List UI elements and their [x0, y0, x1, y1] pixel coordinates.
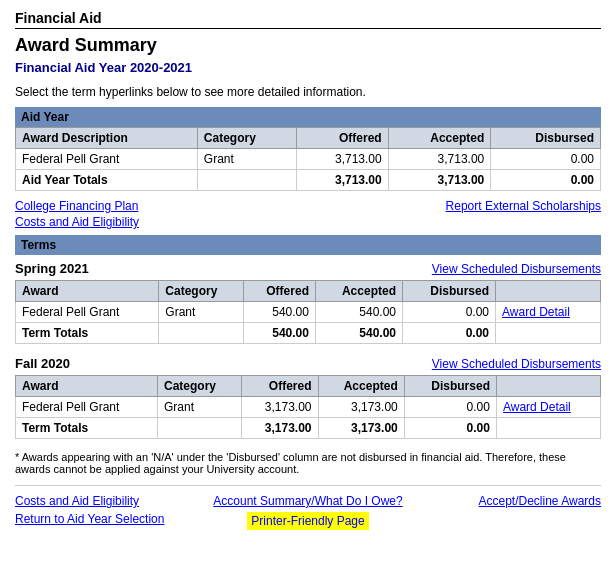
- costs-aid-link[interactable]: Costs and Aid Eligibility: [15, 215, 139, 229]
- bottom-costs-aid-link[interactable]: Costs and Aid Eligibility: [15, 494, 139, 508]
- accept-decline-link[interactable]: Accept/Decline Awards: [478, 494, 601, 508]
- accepted-cell: 3,713.00: [388, 149, 491, 170]
- fall-totals-offered: 3,173.00: [241, 418, 318, 439]
- fall-col-award: Award: [16, 376, 158, 397]
- spring-2021-block: Spring 2021 View Scheduled Disbursements…: [15, 261, 601, 344]
- spring-2021-table: Award Category Offered Accepted Disburse…: [15, 280, 601, 344]
- left-links: College Financing Plan Costs and Aid Eli…: [15, 199, 139, 229]
- fall-totals-row: Term Totals 3,173.00 3,173.00 0.00: [16, 418, 601, 439]
- bottom-nav-col3: Accept/Decline Awards: [408, 494, 601, 530]
- fall-totals-label: Term Totals: [16, 418, 158, 439]
- fall-col-accepted: Accepted: [318, 376, 404, 397]
- aid-year-totals-row: Aid Year Totals 3,713.00 3,713.00 0.00: [16, 170, 601, 191]
- fall-view-disbursements-link[interactable]: View Scheduled Disbursements: [432, 357, 601, 371]
- fall-award-detail-link[interactable]: Award Detail: [503, 400, 571, 414]
- fall-offered-cell: 3,173.00: [241, 397, 318, 418]
- fall-detail-cell[interactable]: Award Detail: [496, 397, 600, 418]
- instruction-text: Select the term hyperlinks below to see …: [15, 85, 601, 99]
- spring-col-disbursed: Disbursed: [402, 281, 495, 302]
- col-disbursed: Disbursed: [491, 128, 601, 149]
- category-cell: Grant: [197, 149, 296, 170]
- spring-award-detail-link[interactable]: Award Detail: [502, 305, 570, 319]
- fall-col-category: Category: [158, 376, 242, 397]
- fall-totals-empty2: [496, 418, 600, 439]
- college-financing-plan-link[interactable]: College Financing Plan: [15, 199, 139, 213]
- totals-empty: [197, 170, 296, 191]
- printer-friendly-link[interactable]: Printer-Friendly Page: [247, 514, 368, 528]
- col-offered: Offered: [297, 128, 388, 149]
- fall-accepted-cell: 3,173.00: [318, 397, 404, 418]
- spring-totals-row: Term Totals 540.00 540.00 0.00: [16, 323, 601, 344]
- fall-category-cell: Grant: [158, 397, 242, 418]
- col-category: Category: [197, 128, 296, 149]
- spring-totals-offered: 540.00: [243, 323, 315, 344]
- spring-col-detail: [496, 281, 601, 302]
- spring-totals-disbursed: 0.00: [402, 323, 495, 344]
- fall-disbursed-cell: 0.00: [404, 397, 496, 418]
- spring-col-award: Award: [16, 281, 159, 302]
- spring-totals-empty2: [496, 323, 601, 344]
- spring-view-disbursements-link[interactable]: View Scheduled Disbursements: [432, 262, 601, 276]
- aid-year-section-header: Aid Year: [15, 107, 601, 127]
- spring-col-offered: Offered: [243, 281, 315, 302]
- fall-2020-name: Fall 2020: [15, 356, 70, 371]
- page-title: Financial Aid: [15, 10, 601, 29]
- fall-2020-block: Fall 2020 View Scheduled Disbursements A…: [15, 356, 601, 439]
- return-aid-year-link[interactable]: Return to Aid Year Selection: [15, 512, 164, 526]
- links-row: College Financing Plan Costs and Aid Eli…: [15, 199, 601, 229]
- totals-label: Aid Year Totals: [16, 170, 198, 191]
- totals-disbursed: 0.00: [491, 170, 601, 191]
- col-award-desc: Award Description: [16, 128, 198, 149]
- award-summary-title: Award Summary: [15, 35, 601, 56]
- spring-accepted-cell: 540.00: [315, 302, 402, 323]
- fall-totals-accepted: 3,173.00: [318, 418, 404, 439]
- spring-detail-cell[interactable]: Award Detail: [496, 302, 601, 323]
- bottom-nav-col1: Costs and Aid Eligibility Return to Aid …: [15, 494, 208, 530]
- fall-col-detail: [496, 376, 600, 397]
- spring-disbursed-cell: 0.00: [402, 302, 495, 323]
- bottom-nav-col2: Account Summary/What Do I Owe? Printer-F…: [212, 494, 405, 530]
- report-external-link-container: Report External Scholarships: [446, 199, 601, 213]
- award-desc-cell: Federal Pell Grant: [16, 149, 198, 170]
- disbursed-cell: 0.00: [491, 149, 601, 170]
- fall-col-offered: Offered: [241, 376, 318, 397]
- fall-totals-empty: [158, 418, 242, 439]
- fall-2020-header: Fall 2020 View Scheduled Disbursements: [15, 356, 601, 371]
- fall-col-disbursed: Disbursed: [404, 376, 496, 397]
- printer-friendly-highlight: Printer-Friendly Page: [247, 512, 368, 530]
- aid-year-table: Award Description Category Offered Accep…: [15, 127, 601, 191]
- totals-accepted: 3,713.00: [388, 170, 491, 191]
- fall-2020-table: Award Category Offered Accepted Disburse…: [15, 375, 601, 439]
- report-external-link[interactable]: Report External Scholarships: [446, 199, 601, 213]
- spring-totals-accepted: 540.00: [315, 323, 402, 344]
- fall-totals-disbursed: 0.00: [404, 418, 496, 439]
- fall-award-cell: Federal Pell Grant: [16, 397, 158, 418]
- spring-totals-label: Term Totals: [16, 323, 159, 344]
- note-text: * Awards appearing with an 'N/A' under t…: [15, 451, 601, 475]
- totals-offered: 3,713.00: [297, 170, 388, 191]
- aid-year-label: Financial Aid Year 2020-2021: [15, 60, 601, 75]
- terms-section-header: Terms: [15, 235, 601, 255]
- spring-totals-empty: [159, 323, 243, 344]
- spring-offered-cell: 540.00: [243, 302, 315, 323]
- fall-row-0: Federal Pell Grant Grant 3,173.00 3,173.…: [16, 397, 601, 418]
- spring-row-0: Federal Pell Grant Grant 540.00 540.00 0…: [16, 302, 601, 323]
- bottom-nav: Costs and Aid Eligibility Return to Aid …: [15, 485, 601, 530]
- spring-col-category: Category: [159, 281, 243, 302]
- spring-col-accepted: Accepted: [315, 281, 402, 302]
- offered-cell: 3,713.00: [297, 149, 388, 170]
- spring-2021-name: Spring 2021: [15, 261, 89, 276]
- account-summary-link[interactable]: Account Summary/What Do I Owe?: [213, 494, 402, 508]
- terms-section: Spring 2021 View Scheduled Disbursements…: [15, 261, 601, 439]
- spring-category-cell: Grant: [159, 302, 243, 323]
- spring-2021-header: Spring 2021 View Scheduled Disbursements: [15, 261, 601, 276]
- col-accepted: Accepted: [388, 128, 491, 149]
- aid-year-row: Federal Pell Grant Grant 3,713.00 3,713.…: [16, 149, 601, 170]
- spring-award-cell: Federal Pell Grant: [16, 302, 159, 323]
